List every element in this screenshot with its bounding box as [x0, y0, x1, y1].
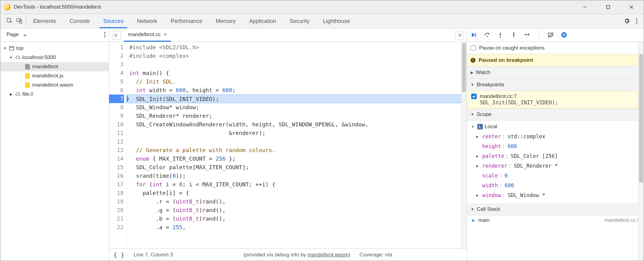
line-number[interactable]: 21 — [109, 214, 127, 223]
line-number[interactable]: 9 — [109, 112, 127, 120]
step-icon[interactable] — [525, 32, 531, 39]
code-line[interactable]: #include <SDL2/SDL.h> — [127, 43, 461, 52]
line-number[interactable]: 16 — [109, 172, 127, 180]
tree-file-mandelbrot-js[interactable]: mandelbrot.js — [0, 71, 109, 80]
tree-top-frame[interactable]: ▼ top — [0, 44, 109, 53]
minimize-button[interactable] — [579, 3, 590, 11]
code-line[interactable]: .r = (uint8_t)rand(), — [127, 197, 461, 206]
scope-variable[interactable]: ▶renderer: SDL_Renderer * — [476, 161, 639, 171]
tab-lighthouse[interactable]: Lighthouse — [316, 14, 357, 28]
settings-icon[interactable] — [623, 17, 630, 25]
line-number[interactable]: 20 — [109, 206, 127, 214]
scope-variable[interactable]: height: 600 — [476, 141, 639, 151]
navigator-more-icon[interactable]: » — [24, 32, 27, 38]
editor[interactable]: 12345678910111213141516171819202122 #inc… — [109, 42, 467, 248]
close-tab-icon[interactable]: × — [164, 32, 167, 37]
kebab-menu-icon[interactable] — [636, 17, 638, 25]
code-line[interactable]: .b = (uint8_t)rand(), — [127, 214, 461, 223]
resume-icon[interactable] — [471, 32, 477, 39]
code-line[interactable]: SDL_Renderer* renderer; — [127, 112, 461, 120]
code-line[interactable]: palette[i] = { — [127, 189, 461, 197]
scope-variable[interactable]: ▶window: SDL_Window * — [476, 190, 639, 200]
device-toolbar-icon[interactable] — [16, 18, 22, 25]
line-gutter[interactable]: 12345678910111213141516171819202122 — [109, 42, 127, 248]
line-number[interactable]: 7 — [109, 95, 127, 103]
watch-section-header[interactable]: ▶Watch — [467, 66, 644, 79]
scope-variable[interactable]: ▶center: std::complex — [476, 132, 639, 141]
code-line[interactable]: .a = 255, — [127, 223, 461, 232]
navigator-tab-page[interactable]: Page — [3, 28, 22, 42]
line-number[interactable]: 1 — [109, 43, 127, 52]
line-number[interactable]: 11 — [109, 129, 127, 137]
callstack-section-header[interactable]: ▼Call Stack — [467, 203, 644, 215]
breakpoint-checkbox[interactable] — [471, 94, 477, 99]
code-line[interactable]: for (int i = 0; i < MAX_ITER_COUNT; ++i)… — [127, 180, 461, 189]
step-out-icon[interactable] — [511, 32, 518, 39]
tab-sources[interactable]: Sources — [97, 14, 130, 28]
line-number[interactable]: 15 — [109, 163, 127, 172]
tab-network[interactable]: Network — [130, 14, 164, 28]
line-number[interactable]: 14 — [109, 155, 127, 163]
tree-host[interactable]: ▼ localhost:5000 — [0, 53, 109, 62]
tab-application[interactable]: Application — [242, 14, 283, 28]
tab-memory[interactable]: Memory — [209, 14, 242, 28]
debugger-scrollbar[interactable] — [638, 42, 644, 261]
line-number[interactable]: 3 — [109, 60, 127, 69]
scope-variable[interactable]: ▶palette: SDL_Color [256] — [476, 151, 639, 161]
line-number[interactable]: 6 — [109, 86, 127, 95]
code-area[interactable]: #include <SDL2/SDL.h>#include <complex>i… — [127, 42, 461, 248]
line-number[interactable]: 19 — [109, 197, 127, 206]
code-line[interactable]: #include <complex> — [127, 52, 461, 60]
scope-local[interactable]: ▼L Local — [471, 122, 639, 132]
step-into-icon[interactable] — [498, 32, 504, 39]
inspect-element-icon[interactable] — [6, 18, 13, 25]
line-number[interactable]: 5 — [109, 77, 127, 86]
line-number[interactable]: 13 — [109, 146, 127, 155]
deactivate-breakpoints-icon[interactable] — [547, 32, 554, 39]
code-line[interactable] — [127, 60, 461, 69]
line-number[interactable]: 2 — [109, 52, 127, 60]
navigator-menu-icon[interactable] — [104, 32, 106, 39]
scope-section-header[interactable]: ▼Scope — [467, 108, 644, 121]
tree-file-mandelbrot[interactable]: mandelbrot — [0, 62, 109, 71]
scope-variable[interactable]: scale: 0 — [476, 171, 639, 181]
file-tab-mandelbrot[interactable]: mandelbrot.cc × — [124, 28, 171, 42]
line-number[interactable]: 12 — [109, 137, 127, 146]
breakpoints-section-header[interactable]: ▼Breakpoints — [467, 79, 644, 91]
line-number[interactable]: 8 — [109, 103, 127, 112]
breakpoint-item[interactable]: mandelbrot.cc:7 SDL_Init(SDL_INIT_VIDEO)… — [467, 91, 644, 108]
code-line[interactable] — [127, 137, 461, 146]
line-number[interactable]: 18 — [109, 189, 127, 197]
tab-security[interactable]: Security — [283, 14, 316, 28]
line-number[interactable]: 17 — [109, 180, 127, 189]
tab-console[interactable]: Console — [63, 14, 97, 28]
scope-variable[interactable]: width: 600 — [476, 181, 639, 190]
code-line[interactable]: int width = 600, height = 600; — [127, 86, 461, 95]
tree-file-scheme[interactable]: ▶ file:// — [0, 90, 109, 99]
code-line[interactable]: int main() { — [127, 69, 461, 77]
code-line[interactable]: // Generate a palette with random colour… — [127, 146, 461, 155]
pause-on-caught-input[interactable] — [471, 45, 476, 51]
code-line[interactable]: .g = (uint8_t)rand(), — [127, 206, 461, 214]
code-line[interactable]: enum { MAX_ITER_COUNT = 256 }; — [127, 155, 461, 163]
step-over-icon[interactable] — [484, 32, 491, 39]
line-number[interactable]: 22 — [109, 223, 127, 232]
pretty-print-icon[interactable]: { } — [113, 251, 124, 259]
callstack-frame[interactable]: ➤ main mandelbrot.cc:7 — [467, 215, 644, 225]
maximize-button[interactable] — [603, 3, 614, 11]
debug-info-link[interactable]: mandelbrot.wasm — [308, 252, 349, 258]
tree-file-mandelbrot-wasm[interactable]: mandelbrot.wasm — [0, 80, 109, 90]
code-line[interactable]: SDL_Window* window; — [127, 103, 461, 112]
pause-on-caught-checkbox[interactable]: Pause on caught exceptions — [467, 42, 644, 54]
code-line[interactable]: SDL_Color palette[MAX_ITER_COUNT]; — [127, 163, 461, 172]
code-line[interactable]: // Init SDL. — [127, 77, 461, 86]
code-line[interactable]: SDL_Init(SDL_INIT_VIDEO); — [127, 95, 461, 103]
pause-on-exceptions-icon[interactable] — [561, 32, 568, 39]
nav-forward-icon[interactable] — [455, 31, 464, 39]
tab-elements[interactable]: Elements — [26, 14, 63, 28]
code-line[interactable]: &renderer); — [127, 129, 461, 137]
scrollbar-thumb[interactable] — [462, 43, 466, 92]
nav-back-icon[interactable] — [112, 31, 121, 39]
scrollbar-thumb[interactable] — [639, 54, 643, 183]
code-line[interactable]: srand(time(0)); — [127, 172, 461, 180]
